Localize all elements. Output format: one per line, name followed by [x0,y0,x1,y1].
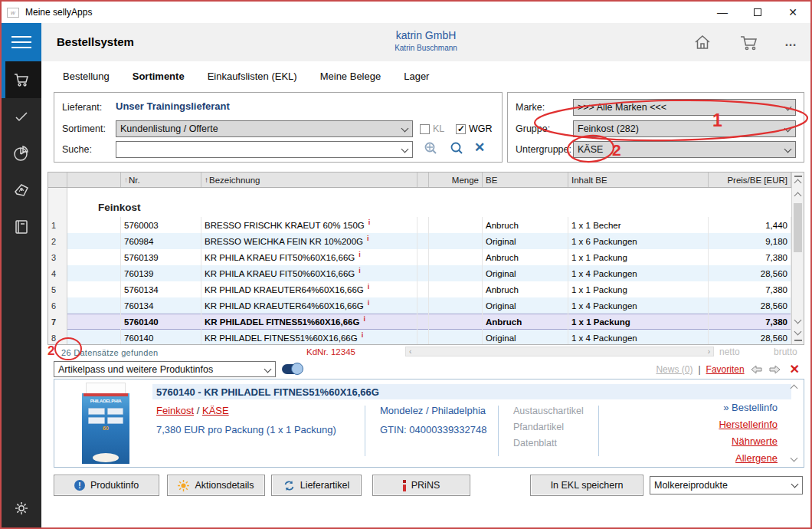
nährwerte-link[interactable]: Nährwerte [732,435,778,447]
prev-arrow-icon[interactable] [750,364,763,375]
column-be[interactable]: BE [483,172,568,187]
cell-inhalt[interactable]: 1 x 4 Packungen [568,330,709,345]
cell-index[interactable]: 4 [48,265,67,281]
kategorie-select[interactable]: Molkereiprodukte [650,476,803,495]
cell-status[interactable] [67,217,121,233]
wgr-checkbox[interactable]: WGR [456,123,493,134]
table-row[interactable]: 6760134KR PHILAD KRAEUTER64%60X16,66GiOr… [48,297,791,314]
hamburger-menu-icon[interactable] [2,23,41,61]
scrollbar-thumb[interactable] [794,203,802,252]
scroll-right-icon[interactable]: › [708,347,710,356]
cell-nr[interactable]: 5760139 [121,249,201,265]
produktinfo-button[interactable]: ! Produktinfo [54,475,159,496]
sidebar-item-settings[interactable] [2,492,41,524]
scroll-to-bottom-icon[interactable] [794,328,802,336]
vertical-scrollbar[interactable] [791,172,804,344]
tab-lager[interactable]: Lager [404,71,429,82]
tab-einkaufslisten-ekl-[interactable]: Einkaufslisten (EKL) [208,71,297,82]
cell-menge[interactable] [429,265,483,281]
subgroup-link[interactable]: KÄSE [202,405,229,416]
cell-be[interactable]: Original [483,233,568,249]
marke-select[interactable]: >>> Alle Marken <<< [573,99,796,116]
cell-preis[interactable]: 7,380 [709,249,791,265]
cell-be[interactable]: Anbruch [483,217,568,233]
cell-spacer[interactable] [417,314,429,330]
cell-be[interactable]: Original [483,297,568,314]
column-inhalt-be[interactable]: Inhalt BE [568,172,709,187]
table-row[interactable]: 35760139KR PHILA KRAEU FIT50%60X16,66GiA… [48,249,791,265]
infopanel-toggle[interactable] [282,364,303,374]
cell-preis[interactable]: 28,560 [709,330,791,345]
table-row[interactable]: 8760140KR PHILADEL FITNES51%60X16,66GiOr… [48,330,791,345]
scroll-to-bottom-icon[interactable] [794,340,802,341]
table-row[interactable]: 75760140KR PHILADEL FITNES51%60X16,66GiA… [48,314,791,330]
cell-nr[interactable]: 760140 [121,330,201,345]
cell-bezeichnung[interactable]: BRESSO FRISCHK KRAEUT 60% 150Gi [201,217,417,233]
cell-preis[interactable]: 9,180 [709,233,791,249]
column-menge[interactable]: Menge [429,172,483,187]
search-icon[interactable] [448,140,465,157]
in-ekl-speichern-button[interactable]: In EKL speichern [530,475,643,496]
group-link[interactable]: Feinkost [156,405,194,416]
cell-index[interactable]: 1 [48,217,67,233]
cell-be[interactable]: Anbruch [483,314,568,330]
cell-nr[interactable]: 760984 [121,233,201,249]
cell-preis[interactable]: 28,560 [709,265,791,281]
cell-nr[interactable]: 5760140 [121,314,201,330]
scroll-up-icon[interactable] [794,192,802,200]
netto-toggle[interactable]: netto [719,347,740,357]
detail-scroll-up-icon[interactable] [791,385,798,393]
home-icon[interactable] [692,32,712,52]
kl-checkbox-box[interactable] [420,124,430,134]
cell-index[interactable]: 2 [48,233,67,249]
untergruppe-select[interactable]: KÄSE [573,141,796,158]
cell-status[interactable] [67,265,121,281]
cell-preis[interactable]: 7,380 [709,314,791,330]
infopanel-select[interactable]: Artikelpass und weitere Produktinfos [54,361,276,377]
cell-inhalt[interactable]: 1 x 1 Packung [568,314,709,330]
table-row[interactable]: 15760003BRESSO FRISCHK KRAEUT 60% 150GiA… [48,217,791,233]
sidebar-item-check[interactable] [2,98,41,135]
gruppe-select[interactable]: Feinkost (282) [573,120,796,137]
cell-spacer[interactable] [417,249,429,265]
news-link[interactable]: News (0) [656,364,692,375]
allergene-link[interactable]: Allergene [735,452,778,464]
cell-preis[interactable]: 28,560 [709,297,791,314]
cell-menge[interactable] [429,314,483,330]
cell-status[interactable] [67,330,121,345]
cell-inhalt[interactable]: 1 x 4 Packungen [568,265,709,281]
cell-menge[interactable] [429,281,483,297]
kl-checkbox[interactable]: KL [420,123,444,134]
cell-preis[interactable]: 1,440 [709,217,791,233]
clear-search-icon[interactable]: ✕ [474,140,485,156]
column-nr[interactable]: ↑Nr. [121,172,201,187]
sidebar-item-reports[interactable] [2,135,41,172]
cell-menge[interactable] [429,233,483,249]
cell-menge[interactable] [429,330,483,345]
column-bezeichnung[interactable]: ↑Bezeichnung [201,172,417,187]
cell-be[interactable]: Anbruch [483,281,568,297]
aktionsdetails-button[interactable]: Aktionsdetails [167,475,265,496]
favoriten-link[interactable]: Favoriten [706,364,745,375]
cell-spacer[interactable] [417,330,429,345]
tab-meine-belege[interactable]: Meine Belege [320,71,381,82]
cell-status[interactable] [67,314,121,330]
cell-bezeichnung[interactable]: KR PHILA KRAEU FIT50%60X16,66Gi [201,265,417,281]
cell-inhalt[interactable]: 1 x 1 Packung [568,249,709,265]
cell-be[interactable]: Original [483,330,568,345]
cell-nr[interactable]: 5760003 [121,217,201,233]
scroll-down-icon[interactable] [794,317,802,324]
cell-spacer[interactable] [417,297,429,314]
wgr-checkbox-box[interactable] [456,124,466,134]
table-row[interactable]: 2760984BRESSO WEICHKA FEIN KR 10%200GiOr… [48,233,791,249]
cell-index[interactable]: 6 [48,297,67,314]
cell-bezeichnung[interactable]: KR PHILADEL FITNES51%60X16,66Gi [201,314,417,330]
cell-bezeichnung[interactable]: KR PHILAD KRAEUTER64%60X16,66Gi [201,297,417,314]
herstellerinfo-link[interactable]: Herstellerinfo [719,419,778,430]
more-options-icon[interactable]: … [784,35,798,49]
scroll-up-icon[interactable] [794,179,802,187]
cell-inhalt[interactable]: 1 x 4 Packungen [568,297,709,314]
detail-scroll-down-icon[interactable] [791,455,798,462]
cell-index[interactable]: 7 [48,314,67,330]
prins-button[interactable]: PRiNS [372,475,470,496]
